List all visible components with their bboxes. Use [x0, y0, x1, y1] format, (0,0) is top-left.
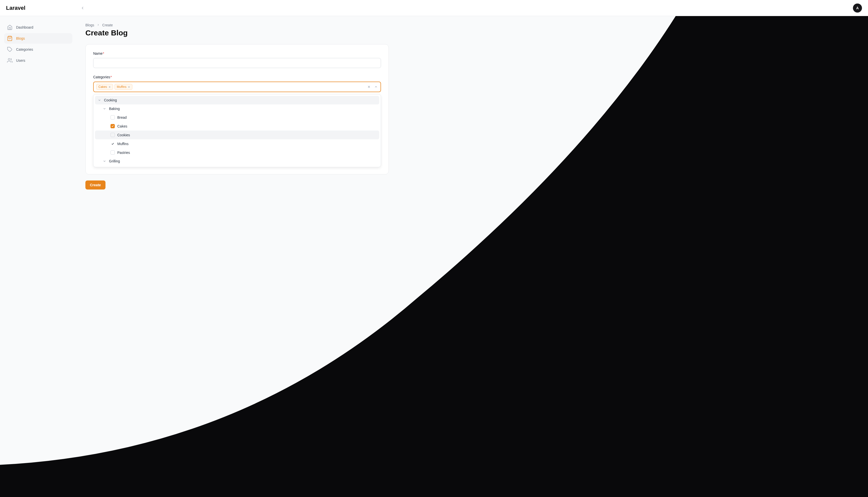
chevron-down-icon[interactable]: [97, 98, 101, 102]
tag-muffins: Muffins: [114, 84, 132, 90]
breadcrumb-blogs[interactable]: Blogs: [85, 23, 94, 27]
name-input[interactable]: [93, 58, 381, 68]
chevron-up-icon[interactable]: [374, 85, 378, 89]
users-icon: [7, 58, 13, 63]
sidebar-item-label: Users: [16, 58, 25, 62]
tree-item-baking[interactable]: Baking: [95, 104, 379, 113]
avatar-initial: A: [856, 6, 859, 10]
sidebar-item-categories[interactable]: Categories: [4, 44, 72, 55]
categories-multiselect[interactable]: Cakes Muffins: [93, 82, 381, 92]
form-card: Name* Categories* Cakes: [85, 44, 389, 174]
tree-item-cooking[interactable]: Cooking: [95, 96, 379, 104]
checkbox-muffins[interactable]: [111, 142, 115, 146]
svg-point-2: [8, 58, 10, 60]
sidebar-item-label: Categories: [16, 47, 33, 52]
main-content: Blogs Create Create Blog Name* Categorie…: [76, 16, 398, 197]
categories-label: Categories*: [93, 75, 381, 79]
checkbox-cookies[interactable]: [111, 133, 115, 137]
sidebar-item-label: Blogs: [16, 37, 25, 40]
name-label: Name*: [93, 52, 381, 56]
chevron-down-icon[interactable]: [102, 107, 107, 111]
clear-all-icon[interactable]: [367, 85, 371, 89]
sidebar: Dashboard Blogs Categories: [0, 16, 76, 197]
tag-remove-muffins[interactable]: [128, 86, 130, 88]
back-button[interactable]: [78, 3, 87, 13]
page-title: Create Blog: [85, 29, 389, 37]
tree-item-cakes[interactable]: Cakes: [95, 122, 379, 130]
tree-item-pastries[interactable]: Pastries: [95, 148, 379, 157]
checkbox-pastries[interactable]: [111, 150, 115, 155]
home-icon: [7, 25, 13, 30]
header: Laravel A: [0, 0, 868, 16]
tree-item-muffins[interactable]: Muffins: [95, 139, 379, 148]
app-logo[interactable]: Laravel: [6, 5, 25, 11]
tree-item-grilling[interactable]: Grilling: [95, 157, 379, 166]
sidebar-item-users[interactable]: Users: [4, 55, 72, 66]
selected-tags: Cakes Muffins: [96, 84, 132, 90]
create-button[interactable]: Create: [85, 181, 106, 189]
sidebar-item-label: Dashboard: [16, 25, 33, 29]
bag-icon: [7, 36, 13, 41]
breadcrumb: Blogs Create: [85, 23, 389, 27]
chevron-down-icon[interactable]: [102, 159, 107, 163]
sidebar-item-dashboard[interactable]: Dashboard: [4, 22, 72, 33]
categories-dropdown: Cooking Baking Bread: [93, 94, 381, 167]
required-indicator: *: [111, 75, 112, 79]
checkbox-bread[interactable]: [111, 115, 115, 119]
tag-remove-cakes[interactable]: [109, 86, 111, 88]
tree-item-bread[interactable]: Bread: [95, 113, 379, 122]
breadcrumb-create: Create: [102, 23, 113, 27]
chevron-right-icon: [97, 23, 100, 27]
sidebar-item-blogs[interactable]: Blogs: [4, 33, 72, 44]
tree-item-cookies[interactable]: Cookies: [95, 130, 379, 139]
tag-icon: [7, 47, 13, 52]
required-indicator: *: [103, 52, 104, 56]
tag-cakes: Cakes: [96, 84, 113, 90]
user-avatar[interactable]: A: [853, 3, 862, 13]
checkbox-cakes[interactable]: [111, 124, 115, 128]
